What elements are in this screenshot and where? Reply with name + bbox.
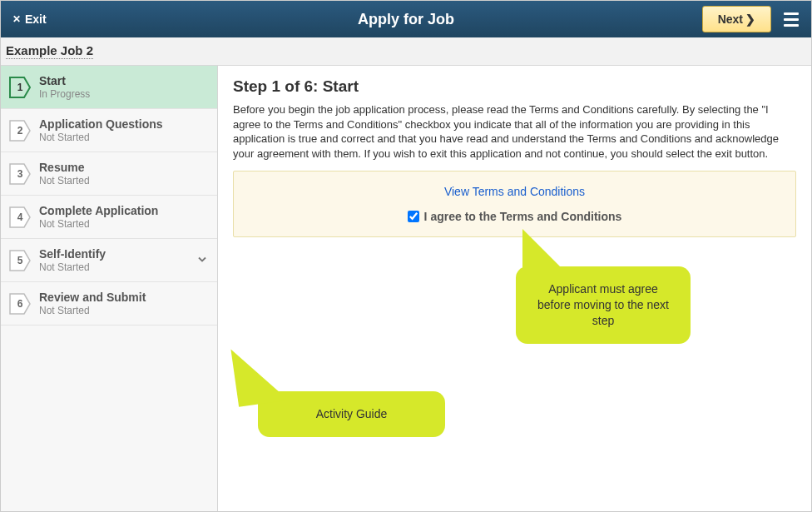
page-title: Apply for Job — [1, 11, 811, 28]
subheader: Example Job 2 — [1, 37, 811, 66]
sidebar-step-application-questions[interactable]: 2 Application Questions Not Started — [1, 109, 217, 152]
step-status: Not Started — [39, 261, 106, 273]
exit-button[interactable]: ✕ Exit — [6, 7, 53, 31]
step-name: Review and Submit — [39, 291, 146, 304]
sidebar-step-start[interactable]: 1 Start In Progress — [1, 66, 217, 109]
chevron-right-icon: ❯ — [745, 12, 755, 26]
step-badge: 6 — [9, 293, 31, 315]
header-actions: Next ❯ — [702, 4, 806, 34]
view-terms-link[interactable]: View Terms and Conditions — [444, 185, 585, 198]
step-name: Complete Application — [39, 204, 158, 217]
step-badge: 3 — [9, 163, 31, 185]
agree-checkbox[interactable] — [408, 211, 419, 222]
step-heading: Step 1 of 6: Start — [233, 77, 796, 96]
step-name: Application Questions — [39, 117, 163, 131]
callout-tail-icon — [522, 229, 568, 275]
step-name: Self-Identify — [39, 247, 106, 261]
content-panel: Step 1 of 6: Start Before you begin the … — [218, 66, 811, 511]
step-badge: 1 — [9, 77, 31, 98]
terms-box: View Terms and Conditions I agree to the… — [233, 171, 796, 237]
sidebar-step-self-identify[interactable]: 5 Self-Identify Not Started — [1, 239, 217, 282]
next-label: Next — [718, 12, 743, 26]
menu-button[interactable] — [776, 4, 806, 34]
step-badge: 5 — [9, 250, 31, 271]
step-status: Not Started — [39, 175, 90, 186]
step-status: Not Started — [39, 218, 158, 230]
sidebar-step-resume[interactable]: 3 Resume Not Started — [1, 152, 217, 196]
callout-activity-guide: Activity Guide — [258, 391, 445, 437]
step-name: Resume — [39, 161, 90, 174]
next-button[interactable]: Next ❯ — [702, 6, 771, 32]
close-icon: ✕ — [12, 13, 21, 25]
hamburger-icon — [784, 12, 799, 15]
sidebar-step-review-and-submit[interactable]: 6 Review and Submit Not Started — [1, 282, 217, 326]
sidebar-step-complete-application[interactable]: 4 Complete Application Not Started — [1, 196, 217, 239]
step-status: In Progress — [39, 88, 90, 100]
step-badge: 4 — [9, 206, 31, 228]
sidebar-activity-guide: 1 Start In Progress 2 Application Questi… — [1, 66, 218, 511]
chevron-down-icon — [197, 254, 207, 266]
job-name[interactable]: Example Job 2 — [6, 43, 93, 59]
agree-row: I agree to the Terms and Conditions — [247, 210, 782, 223]
step-status: Not Started — [39, 132, 163, 143]
app-header: ✕ Exit Apply for Job Next ❯ — [1, 1, 811, 37]
step-name: Start — [39, 74, 90, 87]
callout-agree: Applicant must agree before moving to th… — [516, 266, 691, 344]
agree-label[interactable]: I agree to the Terms and Conditions — [424, 210, 622, 223]
callout-tail-icon — [230, 342, 288, 407]
exit-label: Exit — [25, 12, 47, 26]
step-status: Not Started — [39, 305, 146, 316]
step-badge: 2 — [9, 120, 31, 142]
intro-paragraph: Before you begin the job application pro… — [233, 102, 796, 161]
